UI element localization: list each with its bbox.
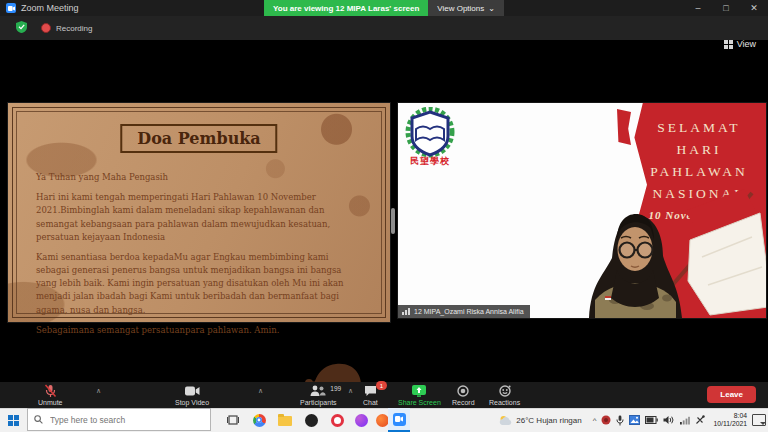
folder-icon [278,416,292,426]
tray-expand-chevron[interactable]: ^ [593,416,597,425]
grid-view-icon [724,40,733,49]
slide-body-text: Ya Tuhan yang Maha Pengasih Hari ini kam… [36,171,364,344]
encryption-shield-icon[interactable] [16,19,27,37]
opera-icon [331,414,344,427]
video-menu-chevron[interactable]: ∧ [258,387,263,395]
prayer-paragraph: Sebagaimana semangat persatuanpara pahla… [36,324,364,337]
tray-record-icon[interactable] [601,415,611,425]
record-label: Record [452,399,475,406]
participants-count: 199 [330,385,341,392]
reactions-label: Reactions [489,399,520,406]
clock-date: 10/11/2021 [713,420,747,428]
tray-network-icon[interactable] [679,416,690,425]
reactions-button[interactable]: Reactions [489,384,520,406]
unmute-label: Unmute [38,399,63,406]
taskbar-app-files[interactable] [274,408,296,432]
meeting-info-bar: Recording View [0,16,768,40]
taskbar-app-zoom[interactable] [388,408,410,432]
view-options-button[interactable]: View Options ⌄ [428,0,504,16]
leave-button[interactable]: Leave [707,386,756,403]
chat-label: Chat [363,399,378,406]
participant-video-tile: SELAMAT HARI PAHLAWAN NASIONAL 10 Novemb… [398,103,766,318]
taskbar-search[interactable] [27,408,211,431]
search-icon [34,415,43,424]
taskbar-weather[interactable]: 26°C Hujan ringan [499,415,581,426]
participants-button[interactable]: 199 Participants [300,384,337,406]
task-view-button[interactable] [222,408,244,432]
windows-logo-icon [8,415,19,426]
action-center-icon[interactable] [752,414,766,426]
stop-video-button[interactable]: Stop Video [175,384,209,406]
poster-line: HARI [636,139,762,161]
dark-app-icon [305,414,318,427]
shared-screen-slide: Doa Pembuka Ya Tuhan yang Maha Pengasih … [8,103,390,322]
chrome-icon [253,414,266,427]
orange-app-icon [376,414,389,427]
zoom-app-icon [6,3,16,13]
view-layout-button[interactable]: View [724,32,756,56]
slide-scrollbar-thumb[interactable] [391,208,395,234]
signal-strength-icon [402,308,410,315]
taskbar-app-purple[interactable] [350,408,372,432]
participant-name: 12 MIPA_Ozami Riska Annisa Alifia [414,308,524,315]
recording-label: Recording [56,24,92,33]
purple-app-icon [355,414,368,427]
taskbar-app-chrome[interactable] [248,408,270,432]
zoom-toolbar: Unmute ∧ Stop Video ∧ 199 Participants ∧ [0,382,768,408]
taskbar-clock[interactable]: 8:04 10/11/2021 [713,412,747,429]
slide-title: Doa Pembuka [120,124,277,153]
participant-person [575,188,695,318]
tray-usb-icon[interactable] [695,415,705,425]
prayer-paragraph: Ya Tuhan yang Maha Pengasih [36,171,364,184]
chat-button[interactable]: 1 Chat [363,384,378,406]
chat-unread-badge: 1 [376,381,387,390]
minimize-button[interactable]: – [684,0,712,16]
tray-photos-icon[interactable] [629,415,640,425]
recording-icon [41,23,51,33]
search-input[interactable] [48,414,192,426]
tray-volume-icon[interactable] [663,415,674,425]
share-screen-icon [412,384,426,398]
reactions-emoji-icon [499,384,511,398]
zoom-taskbar-icon [393,413,406,426]
school-logo-caption: 民望學校 [400,155,460,168]
chat-bubble-icon: 1 [364,384,377,398]
poster-line: PAHLAWAN [636,161,762,183]
record-button[interactable]: Record [452,384,475,406]
taskbar-app-dark[interactable] [300,408,322,432]
weather-cloud-icon [499,415,512,426]
taskbar-app-opera[interactable] [326,408,348,432]
share-screen-button[interactable]: Share Screen [398,384,441,406]
participant-name-tag: 12 MIPA_Ozami Riska Annisa Alifia [398,305,530,318]
view-layout-label: View [737,39,756,49]
task-view-icon [227,414,239,426]
weather-text: 26°C Hujan ringan [516,416,581,425]
window-title-bar: Zoom Meeting You are viewing 12 MIPA Lar… [0,0,768,16]
participants-menu-chevron[interactable]: ∧ [348,387,353,395]
share-screen-label: Share Screen [398,399,441,406]
view-options-label: View Options [437,4,484,13]
window-title: Zoom Meeting [21,3,79,13]
video-camera-icon [185,384,200,398]
maximize-button[interactable]: □ [712,0,740,16]
prayer-paragraph: Kami senantiasa berdoa kepadaMu agar Eng… [36,251,364,317]
record-icon [457,384,469,398]
chevron-down-icon: ⌄ [488,4,495,13]
viewing-banner: You are viewing 12 MIPA Laras' screen [264,0,428,16]
poster-line: SELAMAT [636,117,762,139]
tray-battery-icon[interactable] [645,416,658,424]
zoom-meeting-window: Zoom Meeting You are viewing 12 MIPA Lar… [0,0,768,432]
tray-microphone-icon[interactable] [616,415,624,426]
microphone-muted-icon [44,384,57,398]
prayer-paragraph: Hari ini kami tengah memperingati Hari P… [36,191,364,244]
stop-video-label: Stop Video [175,399,209,406]
system-tray: 26°C Hujan ringan ^ 8:04 10/11/2021 [499,408,766,432]
participants-label: Participants [300,399,337,406]
unmute-menu-chevron[interactable]: ∧ [96,387,101,395]
participants-icon: 199 [310,384,326,398]
close-button[interactable]: ✕ [740,0,768,16]
unmute-button[interactable]: Unmute [38,384,63,406]
start-button[interactable] [0,408,26,432]
poster-torn-fragment [617,109,631,145]
clock-time: 8:04 [713,412,747,420]
